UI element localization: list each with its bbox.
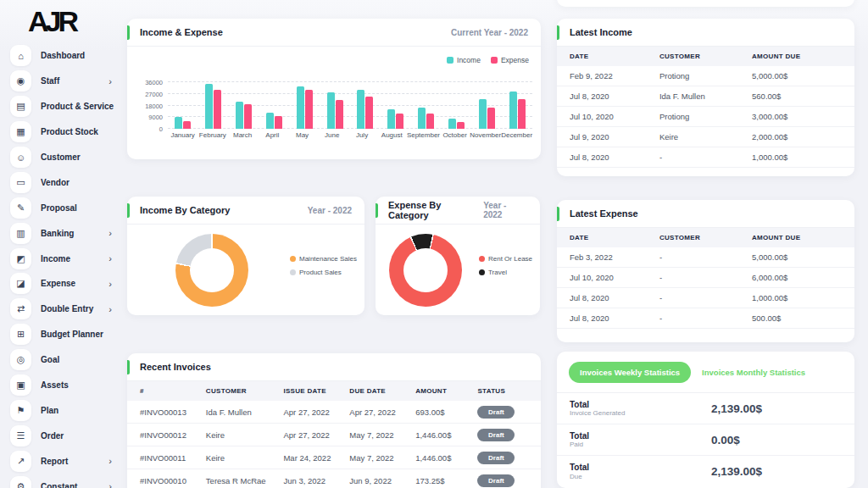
stat-value: 2,139.00$ xyxy=(711,402,762,415)
bar-expense[interactable] xyxy=(336,100,343,129)
cell: 1,000.00$ xyxy=(752,152,842,162)
sidebar-item-income[interactable]: ◩Income› xyxy=(10,246,120,271)
sidebar-item-banking[interactable]: ▥Banking› xyxy=(10,220,120,246)
sidebar-item-vendor[interactable]: ▭Vendor xyxy=(10,169,120,195)
invoice-statistics-tabs: Invoices Weekly Statistics Invoices Mont… xyxy=(557,352,854,393)
sidebar-item-product-stock[interactable]: ▦Product Stock xyxy=(10,119,120,145)
accent-bar xyxy=(557,207,559,221)
card-title: Expense By Category xyxy=(388,200,483,220)
sidebar-item-staff[interactable]: ◉Staff› xyxy=(10,69,120,94)
bar-income[interactable] xyxy=(509,92,517,129)
table-row: Jul 8, 2020-500.00$ xyxy=(557,308,854,329)
bar-income[interactable] xyxy=(418,108,426,129)
sidebar-item-report[interactable]: ↗Report› xyxy=(10,448,120,474)
bar-expense[interactable] xyxy=(365,97,373,129)
stat-labels: TotalPaid xyxy=(570,431,711,449)
income-by-category-header: Income By Category Year - 2022 xyxy=(127,197,364,225)
order-icon: ☰ xyxy=(10,425,31,446)
sidebar-item-plan[interactable]: ⚑Plan xyxy=(10,397,120,423)
chevron-right-icon: › xyxy=(108,481,112,488)
legend-dot xyxy=(290,269,296,275)
sidebar-item-expense[interactable]: ◪Expense› xyxy=(10,271,120,297)
chevron-right-icon: › xyxy=(108,253,112,263)
bar-expense[interactable] xyxy=(214,90,221,129)
bar-expense[interactable] xyxy=(396,114,403,129)
y-tick-label: 27000 xyxy=(145,90,163,97)
bar-expense[interactable] xyxy=(275,116,282,129)
sidebar-item-label: Proposal xyxy=(41,203,120,213)
sidebar-item-label: Staff xyxy=(41,76,99,86)
bar-income[interactable] xyxy=(297,86,304,129)
bar-income[interactable] xyxy=(448,119,456,129)
y-tick-label: 9000 xyxy=(148,114,163,121)
sidebar-item-order[interactable]: ☰Order xyxy=(10,423,120,448)
bar-income[interactable] xyxy=(387,109,395,129)
tab-invoices-weekly-statistics[interactable]: Invoices Weekly Statistics xyxy=(569,362,691,383)
bar-expense[interactable] xyxy=(518,99,526,129)
table-row: Jul 8, 2020-1,000.00$ xyxy=(557,147,854,168)
sidebar-item-budget-planner[interactable]: ⊞Budget Planner xyxy=(10,322,120,347)
expense-icon: ◪ xyxy=(10,273,31,294)
cell: 1,446.00$ xyxy=(415,453,477,463)
bar-expense[interactable] xyxy=(305,90,313,129)
column-header: ISSUE DATE xyxy=(283,387,349,395)
sidebar-item-product-service[interactable]: ▤Product & Service xyxy=(10,94,120,119)
sidebar-item-constant[interactable]: ⚙Constant› xyxy=(10,474,120,488)
bar-income[interactable] xyxy=(205,84,213,129)
bar-income[interactable] xyxy=(357,90,364,129)
income-donut-legend: Maintenance SalesProduct Sales xyxy=(290,255,357,276)
chevron-right-icon: › xyxy=(108,279,112,289)
x-tick-label: October xyxy=(440,131,470,139)
status-badge[interactable]: Draft xyxy=(477,406,515,419)
bar-expense[interactable] xyxy=(426,114,434,129)
accent-bar xyxy=(557,25,559,40)
card-title: Latest Expense xyxy=(570,208,638,219)
bar-expense[interactable] xyxy=(487,108,495,129)
bar-expense[interactable] xyxy=(183,121,191,129)
cell: 1,000.00$ xyxy=(752,293,842,302)
goal-icon: ◎ xyxy=(10,349,31,370)
app-logo[interactable]: AJR xyxy=(28,5,75,38)
bar-income[interactable] xyxy=(479,99,487,129)
legend-item-product-sales: Product Sales xyxy=(290,269,357,276)
income-donut-body: Maintenance SalesProduct Sales xyxy=(127,225,364,315)
status-badge[interactable]: Draft xyxy=(477,452,515,464)
bar-income[interactable] xyxy=(327,92,335,129)
column-header: DATE xyxy=(570,234,659,241)
tab-invoices-monthly-statistics[interactable]: Invoices Monthly Statistics xyxy=(702,368,805,377)
status-badge[interactable]: Draft xyxy=(477,474,515,487)
x-tick-label: April xyxy=(258,131,287,139)
recent-invoices-card: Recent Invoices #CUSTOMERISSUE DATEDUE D… xyxy=(127,353,541,488)
legend-item-rent-or-lease: Rent Or Lease xyxy=(479,255,532,263)
main-column: Income & Expense Current Year - 2022 Inc… xyxy=(127,0,541,488)
bar-expense[interactable] xyxy=(457,122,465,129)
y-tick-label: 36000 xyxy=(145,79,163,86)
bar-income[interactable] xyxy=(175,117,182,129)
sidebar-item-double-entry[interactable]: ⇄Double Entry› xyxy=(10,297,120,322)
stat-row-due: TotalDue2,139.00$ xyxy=(557,456,854,487)
sidebar-item-dashboard[interactable]: ⌂Dashboard xyxy=(10,43,120,69)
cell: 6,000.00$ xyxy=(752,273,842,282)
cell: - xyxy=(659,313,752,323)
cell: Ida F. Mullen xyxy=(206,408,284,417)
table-row: #INVO00013Ida F. MullenApr 27, 2022Apr 2… xyxy=(127,401,541,424)
cell: Jul 8, 2020 xyxy=(570,293,659,302)
bar-group-september xyxy=(411,82,442,129)
sidebar-item-label: Vendor xyxy=(41,178,120,187)
cell: May 7, 2022 xyxy=(349,430,415,440)
income-expense-card: Income & Expense Current Year - 2022 Inc… xyxy=(127,19,541,159)
cell: Jul 9, 2020 xyxy=(570,132,659,141)
bar-income[interactable] xyxy=(236,102,243,129)
cell: Keire xyxy=(206,430,284,440)
x-tick-label: July xyxy=(347,131,376,139)
cell: #INVO00010 xyxy=(140,476,206,485)
status-badge[interactable]: Draft xyxy=(477,429,515,441)
bar-income[interactable] xyxy=(266,113,274,129)
sidebar-item-proposal[interactable]: ✎Proposal xyxy=(10,195,120,220)
bar-expense[interactable] xyxy=(244,104,252,129)
sidebar-item-label: Customer xyxy=(41,152,120,162)
sidebar-item-goal[interactable]: ◎Goal xyxy=(10,347,120,373)
sidebar-item-customer[interactable]: ☺Customer xyxy=(10,145,120,170)
chart-legend: IncomeExpense xyxy=(447,56,529,64)
sidebar-item-assets[interactable]: ▣Assets xyxy=(10,373,120,398)
